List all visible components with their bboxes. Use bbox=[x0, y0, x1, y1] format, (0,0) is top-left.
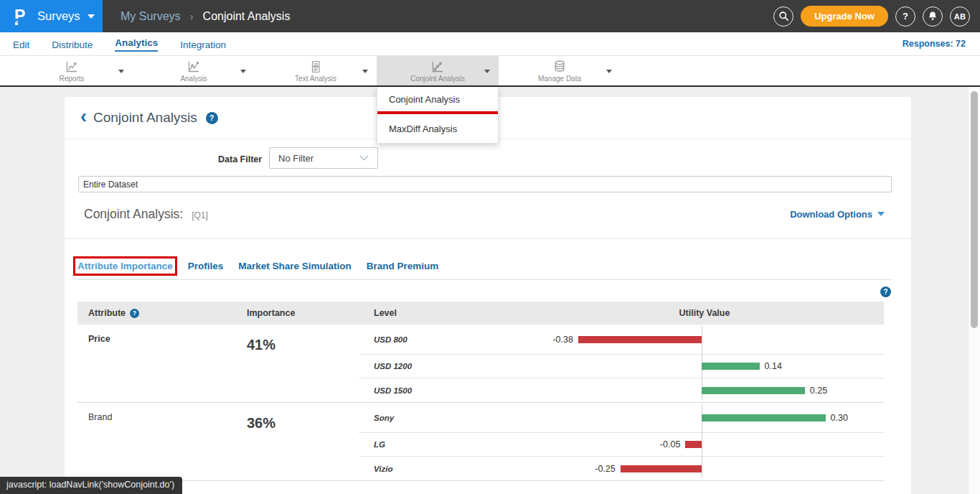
trend-chart-icon bbox=[187, 60, 201, 74]
col-header-level: Level bbox=[359, 308, 525, 318]
back-icon[interactable]: ‹ bbox=[80, 109, 87, 124]
utility-value-label: 0.14 bbox=[765, 361, 782, 371]
attribute-importance-table: Attribute ? Importance Level Utility Val… bbox=[77, 302, 884, 481]
product-switcher[interactable]: P Surveys bbox=[0, 0, 103, 32]
utility-bar bbox=[702, 363, 760, 370]
menu-item-maxdiff-analysis[interactable]: MaxDiff Analysis bbox=[377, 114, 498, 143]
dataset-input[interactable] bbox=[78, 176, 892, 192]
utility-value-label: -0.25 bbox=[595, 464, 616, 474]
product-name: Surveys bbox=[37, 9, 80, 23]
attribute-group: Price41%USD 800-0.38USD 12000.14USD 1500… bbox=[77, 325, 884, 402]
tab-market-share-simulation[interactable]: Market Share Simulation bbox=[238, 261, 352, 271]
utility-bar-cell: 0.25 bbox=[525, 378, 884, 402]
breadcrumb-my-surveys[interactable]: My Surveys bbox=[121, 10, 181, 23]
nav-tab-analytics[interactable]: Analytics bbox=[115, 36, 158, 52]
text-document-icon bbox=[308, 60, 323, 74]
utility-value-label: 0.25 bbox=[810, 386, 827, 396]
app-screen: P Surveys My Surveys › Conjoint Analysis… bbox=[0, 0, 980, 494]
level-row: LG-0.05 bbox=[359, 433, 884, 457]
bell-icon bbox=[928, 11, 938, 22]
utility-bar-cell: -0.05 bbox=[525, 433, 884, 456]
question-reference: [Q1] bbox=[192, 210, 208, 220]
search-icon bbox=[778, 11, 789, 22]
table-help-row: ? bbox=[65, 280, 911, 302]
breadcrumb: My Surveys › Conjoint Analysis bbox=[121, 10, 290, 23]
nav-tab-edit[interactable]: Edit bbox=[13, 38, 29, 50]
table-body: Price41%USD 800-0.38USD 12000.14USD 1500… bbox=[77, 325, 884, 480]
divider bbox=[65, 238, 911, 239]
attribute-name: Price bbox=[77, 325, 230, 402]
level-row: USD 15000.25 bbox=[359, 378, 884, 402]
col-header-utility-value: Utility Value bbox=[525, 308, 884, 318]
chevron-down-icon bbox=[606, 70, 612, 73]
data-filter-select[interactable]: No Filter bbox=[269, 147, 378, 169]
main-content: ‹ Conjoint Analysis ? Data Filter No Fil… bbox=[0, 87, 980, 494]
utility-bar bbox=[685, 441, 702, 448]
toolbar-conjoint-analysis[interactable]: Conjoint Analysis bbox=[377, 56, 499, 85]
level-label: Vizio bbox=[359, 465, 525, 473]
scrollbar-thumb[interactable] bbox=[971, 91, 978, 328]
chevron-down-icon bbox=[877, 212, 885, 216]
utility-bar-cell: -0.25 bbox=[525, 457, 884, 480]
importance-value: 36% bbox=[230, 403, 359, 480]
survey-nav: Edit Distribute Analytics Integration Re… bbox=[0, 32, 980, 55]
toolbar-reports[interactable]: Reports bbox=[11, 56, 133, 85]
notifications-button[interactable] bbox=[923, 6, 943, 27]
upgrade-now-button[interactable]: Upgrade Now bbox=[801, 6, 888, 27]
tab-brand-premium[interactable]: Brand Premium bbox=[367, 261, 439, 271]
nav-tab-distribute[interactable]: Distribute bbox=[52, 38, 93, 50]
level-label: USD 1200 bbox=[359, 362, 525, 370]
menu-item-conjoint-analysis[interactable]: Conjoint Analysis bbox=[377, 87, 498, 111]
line-chart-icon bbox=[65, 60, 79, 74]
result-tabs: Attribute Importance Profiles Market Sha… bbox=[77, 261, 911, 271]
filter-row: Data Filter No Filter bbox=[65, 139, 911, 174]
responses-count[interactable]: Responses: 72 bbox=[903, 39, 966, 49]
page-help-icon[interactable]: ? bbox=[206, 112, 218, 124]
level-label: LG bbox=[359, 440, 525, 449]
level-row: Sony0.30 bbox=[359, 403, 884, 433]
questionpro-logo-icon: P bbox=[14, 6, 30, 27]
help-button[interactable]: ? bbox=[895, 6, 915, 27]
level-label: Sony bbox=[359, 414, 525, 422]
attribute-help-icon[interactable]: ? bbox=[130, 309, 139, 318]
page-title: Conjoint Analysis bbox=[93, 110, 197, 126]
conjoint-dropdown-menu: Conjoint Analysis MaxDiff Analysis bbox=[377, 87, 499, 144]
tab-profiles[interactable]: Profiles bbox=[188, 261, 224, 271]
user-avatar[interactable]: AB bbox=[950, 6, 970, 27]
toolbar-manage-data[interactable]: Manage Data bbox=[499, 56, 621, 85]
col-header-attribute: Attribute bbox=[88, 308, 126, 318]
level-row: USD 12000.14 bbox=[359, 355, 884, 378]
utility-bar-cell: 0.14 bbox=[525, 355, 884, 378]
chevron-down-icon bbox=[484, 70, 490, 73]
level-row: Vizio-0.25 bbox=[359, 457, 884, 480]
col-header-importance: Importance bbox=[230, 308, 359, 318]
conjoint-card: ‹ Conjoint Analysis ? Data Filter No Fil… bbox=[65, 97, 911, 494]
toolbar-analysis[interactable]: Analysis bbox=[133, 56, 255, 85]
chevron-down-icon bbox=[118, 70, 124, 73]
search-button[interactable] bbox=[773, 6, 793, 27]
dot-plot-icon bbox=[430, 60, 445, 74]
level-label: USD 800 bbox=[359, 335, 525, 344]
utility-value-label: -0.05 bbox=[660, 439, 681, 449]
toolbar-text-analysis[interactable]: Text Analysis bbox=[255, 56, 377, 85]
utility-bar-cell: -0.38 bbox=[525, 325, 884, 354]
download-options-link[interactable]: Download Options bbox=[790, 209, 885, 220]
utility-bar bbox=[578, 336, 702, 343]
utility-bar-cell: 0.30 bbox=[525, 403, 884, 432]
nav-tab-integration[interactable]: Integration bbox=[180, 38, 226, 50]
level-label: USD 1500 bbox=[359, 386, 525, 395]
scrollbar-track[interactable] bbox=[968, 87, 980, 494]
utility-value-label: -0.38 bbox=[552, 335, 573, 345]
chevron-down-icon bbox=[88, 14, 95, 19]
section-header: Conjoint Analysis: [Q1] Download Options bbox=[65, 200, 911, 228]
tab-attribute-importance[interactable]: Attribute Importance bbox=[77, 261, 173, 271]
utility-bar bbox=[702, 414, 826, 421]
breadcrumb-separator: › bbox=[190, 10, 194, 22]
section-title: Conjoint Analysis: bbox=[84, 207, 183, 222]
topbar-actions: Upgrade Now ? AB bbox=[773, 6, 980, 27]
attribute-name: Brand bbox=[77, 403, 230, 480]
level-row: USD 800-0.38 bbox=[359, 325, 884, 355]
breadcrumb-current: Conjoint Analysis bbox=[203, 10, 291, 23]
utility-value-label: 0.30 bbox=[831, 413, 848, 423]
table-help-icon[interactable]: ? bbox=[880, 286, 891, 297]
